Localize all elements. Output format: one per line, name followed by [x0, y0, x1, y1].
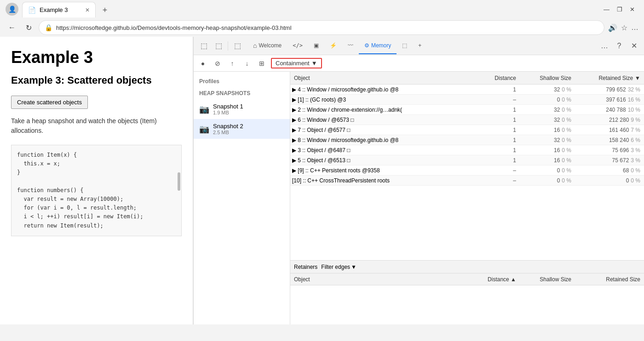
avatar: 👤: [6, 3, 18, 16]
cell-object: ▶ 6 :: Window / @6573 □: [290, 117, 483, 123]
table-row[interactable]: ▶ 6 :: Window / @6573 □132 0 %212 280 9 …: [290, 115, 644, 125]
code-scrollbar[interactable]: [178, 172, 180, 191]
code-line-6: var result = new Array(10000);: [17, 195, 176, 204]
minimize-button[interactable]: —: [604, 6, 610, 13]
retainers-col-shallow[interactable]: Shallow Size: [520, 276, 575, 283]
maximize-button[interactable]: ❐: [617, 6, 622, 13]
snapshot-1-item[interactable]: 📷 Snapshot 1 1.9 MB: [194, 99, 290, 119]
code-line-2: this.x = x;: [17, 159, 176, 168]
retainers-col-retained[interactable]: Retained Size: [575, 276, 644, 283]
tab-sources[interactable]: </>: [287, 38, 308, 54]
tab-network[interactable]: 〰: [342, 38, 359, 54]
table-row[interactable]: ▶ [9] :: C++ Persistent roots @9358–0 0 …: [290, 165, 644, 176]
retainers-col-distance[interactable]: Distance ▲: [483, 276, 520, 283]
grid-icon[interactable]: ⊞: [256, 58, 267, 69]
view-dropdown[interactable]: Containment ▼: [271, 58, 322, 68]
take-snapshot-button[interactable]: ●: [197, 58, 208, 69]
table-row[interactable]: ▶ 7 :: Object / @6577 □116 0 %161 460 7 …: [290, 125, 644, 135]
devtools-close-icon[interactable]: ✕: [627, 40, 640, 52]
sidebar-toggle-icon[interactable]: ⬚: [231, 40, 244, 52]
cell-object: ▶ 8 :: Window / microsoftedge.github.io …: [290, 137, 483, 143]
cell-distance: 1: [483, 147, 520, 153]
cell-object: ▶ 3 :: Object / @6487 □: [290, 147, 483, 153]
tab-icon: 📄: [28, 6, 36, 14]
snapshot-2-item[interactable]: 📷 Snapshot 2 2.5 MB: [194, 119, 290, 139]
table-row[interactable]: ▶ 8 :: Window / microsoftedge.github.io …: [290, 135, 644, 145]
cell-shallow: 16 0 %: [520, 127, 575, 133]
cell-object: ▶ 7 :: Object / @6577 □: [290, 127, 483, 133]
cell-retained: 75 672 3 %: [575, 157, 644, 164]
toolbar-divider: [228, 41, 228, 51]
snapshot-2-info: Snapshot 2 2.5 MB: [213, 123, 243, 135]
cell-distance: 1: [483, 86, 520, 93]
cell-object: ▶ [9] :: C++ Persistent roots @9358: [290, 167, 483, 174]
code-line-3: }: [17, 168, 176, 177]
memory-icon: ⚙: [364, 42, 369, 49]
col-header-retained[interactable]: Retained Size ▼: [575, 75, 644, 81]
main-content: Example 3 Example 3: Scattered objects C…: [0, 37, 644, 324]
cell-retained: 68 0 %: [575, 167, 644, 174]
retainers-col-object[interactable]: Object: [290, 276, 483, 283]
browser-tab[interactable]: 📄 Example 3 ✕: [22, 2, 96, 17]
data-panel: Object Distance Shallow Size Retained Si…: [290, 72, 644, 324]
code-line-7: for (var i = 0, l = result.length;: [17, 204, 176, 212]
tab-close-button[interactable]: ✕: [85, 7, 90, 13]
clear-profiles-button[interactable]: ⊘: [212, 58, 223, 69]
debugger-icon: ⚡: [330, 42, 337, 49]
devtools-toolbar: ⬚ ⬚ ⬚ ⌂ Welcome </> ▣ ⚡ 〰: [194, 37, 644, 55]
cell-object: ▶ 4 :: Window / microsoftedge.github.io …: [290, 86, 483, 93]
cell-distance: 1: [483, 107, 520, 113]
url-text: https://microsoftedge.github.io/Demos/de…: [56, 24, 292, 31]
inspect-element-icon[interactable]: ⬚: [197, 40, 210, 52]
cell-shallow: 16 0 %: [520, 147, 575, 153]
load-profiles-button[interactable]: ↓: [242, 58, 253, 69]
cell-distance: 1: [483, 137, 520, 143]
tab-welcome[interactable]: ⌂ Welcome: [247, 38, 287, 54]
table-row[interactable]: ▶ 3 :: Object / @6487 □116 0 %75 696 3 %: [290, 145, 644, 155]
read-aloud-icon[interactable]: 🔊: [608, 23, 617, 32]
address-input[interactable]: 🔒 https://microsoftedge.github.io/Demos/…: [39, 20, 604, 35]
tab-debugger[interactable]: ⚡: [324, 38, 342, 54]
cell-retained: 397 616 16 %: [575, 97, 644, 103]
cell-object: [10] :: C++ CrossThreadPersistent roots: [290, 177, 483, 184]
cell-distance: –: [483, 167, 520, 174]
more-icon[interactable]: …: [631, 23, 638, 32]
cell-distance: –: [483, 97, 520, 103]
create-scattered-objects-button[interactable]: Create scattered objects: [11, 96, 88, 109]
retainers-header: Object Distance ▲ Shallow Size Retained …: [290, 273, 644, 285]
table-row[interactable]: [10] :: C++ CrossThreadPersistent roots–…: [290, 176, 644, 186]
snapshot-2-icon: 📷: [199, 124, 209, 134]
cell-shallow: 32 0 %: [520, 107, 575, 113]
table-row[interactable]: ▶ [1] :: (GC roots) @3–0 0 %397 616 16 %: [290, 95, 644, 105]
device-toolbar-icon[interactable]: ⬚: [212, 40, 225, 52]
tab-elements[interactable]: ▣: [308, 38, 324, 54]
table-row[interactable]: ▶ 5 :: Object / @6513 □116 0 %75 672 3 %: [290, 155, 644, 165]
col-header-shallow[interactable]: Shallow Size: [520, 75, 575, 81]
col-header-distance[interactable]: Distance: [483, 75, 520, 81]
filter-edges-arrow: ▼: [351, 264, 356, 270]
new-tab-button[interactable]: +: [98, 3, 112, 17]
table-row[interactable]: ▶ 2 :: Window / chrome-extension://g…adn…: [290, 105, 644, 115]
table-row[interactable]: ▶ 4 :: Window / microsoftedge.github.io …: [290, 85, 644, 95]
col-header-object[interactable]: Object: [290, 75, 483, 81]
tab-storage[interactable]: ⬚: [397, 38, 413, 54]
devtools-more-icon[interactable]: …: [598, 40, 611, 52]
cell-shallow: 0 0 %: [520, 97, 575, 103]
cell-shallow: 16 0 %: [520, 157, 575, 164]
devtools-help-icon[interactable]: ?: [613, 40, 626, 52]
dropdown-arrow-icon: ▼: [311, 60, 317, 67]
close-button[interactable]: ✕: [630, 6, 635, 13]
collect-garbage-button[interactable]: ↑: [227, 58, 238, 69]
snapshot-2-name: Snapshot 2: [213, 123, 243, 130]
tab-memory[interactable]: ⚙ Memory: [359, 38, 397, 54]
back-button[interactable]: ←: [6, 21, 18, 34]
refresh-button[interactable]: ↻: [22, 21, 35, 34]
page-description: Take a heap snapshot and watch the objec…: [11, 116, 182, 136]
retainers-body: [290, 285, 644, 324]
filter-edges-button[interactable]: Filter edges ▼: [321, 264, 356, 270]
tab-add[interactable]: +: [413, 38, 427, 54]
storage-icon: ⬚: [402, 42, 407, 49]
code-block: function Item(x) { this.x = x; } functio…: [11, 145, 182, 236]
favorites-icon[interactable]: ☆: [621, 23, 627, 32]
snapshot-1-info: Snapshot 1 1.9 MB: [213, 103, 243, 115]
